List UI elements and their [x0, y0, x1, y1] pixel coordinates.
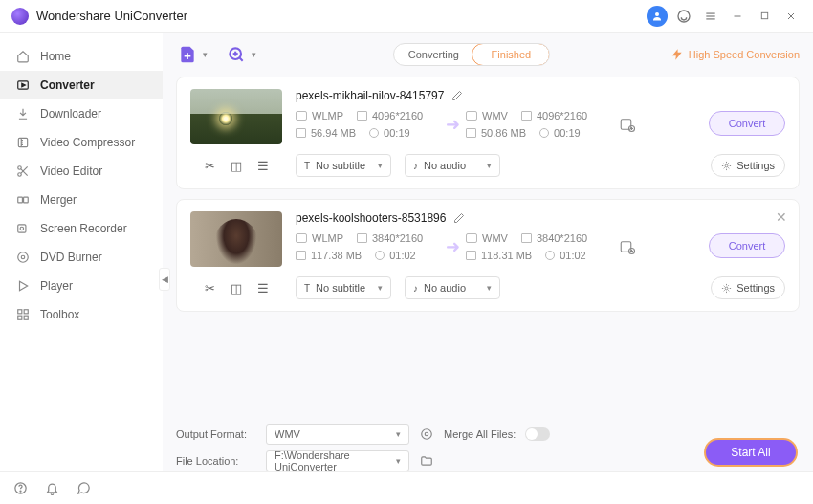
- sidebar-item-editor[interactable]: Video Editor: [0, 157, 163, 186]
- file-location-dropdown[interactable]: F:\Wondershare UniConverter▾: [266, 450, 409, 471]
- svg-marker-10: [22, 83, 25, 87]
- convert-button[interactable]: Convert: [709, 233, 785, 258]
- high-speed-link[interactable]: High Speed Conversion: [670, 48, 800, 61]
- source-size: 117.38 MB: [296, 250, 362, 261]
- sidebar-item-player[interactable]: Player: [0, 272, 163, 300]
- edit-name-icon[interactable]: [451, 90, 463, 101]
- target-size: 50.86 MB: [466, 127, 526, 139]
- sidebar-item-converter[interactable]: Converter: [0, 71, 163, 99]
- main-panel: ▾ ▾ Converting Finished High Speed Conve…: [163, 33, 813, 471]
- add-file-button[interactable]: [176, 43, 199, 66]
- svg-rect-25: [18, 316, 22, 319]
- output-settings-icon[interactable]: [617, 236, 638, 257]
- arrow-icon: ➜: [439, 114, 466, 135]
- tab-converting[interactable]: Converting: [394, 44, 472, 65]
- file-card: pexels-mikhail-nilov-8415797 WLMP 4096*2…: [176, 77, 800, 189]
- settings-button[interactable]: Settings: [711, 276, 785, 299]
- svg-marker-22: [20, 281, 28, 290]
- file-card: ✕ pexels-koolshooters-8531896 WLMP 3840*…: [176, 199, 800, 312]
- trim-icon[interactable]: ✂: [205, 159, 215, 173]
- output-settings-icon[interactable]: [617, 114, 638, 135]
- source-resolution: 3840*2160: [357, 232, 423, 244]
- file-location-label: File Location:: [176, 455, 256, 467]
- user-avatar[interactable]: [647, 6, 668, 27]
- edit-name-icon[interactable]: [453, 212, 465, 224]
- target-resolution: 4096*2160: [521, 110, 587, 121]
- crop-icon[interactable]: ◫: [231, 159, 242, 173]
- merge-icon: [15, 192, 31, 208]
- close-button[interactable]: [780, 6, 802, 27]
- source-format: WLMP: [296, 232, 343, 244]
- svg-point-40: [20, 491, 21, 492]
- recorder-icon: [15, 221, 31, 236]
- support-icon[interactable]: [673, 6, 694, 27]
- subtitle-dropdown[interactable]: TNo subtitle▾: [296, 276, 391, 299]
- home-icon: [15, 49, 31, 64]
- sidebar-item-dvd[interactable]: DVD Burner: [0, 243, 163, 272]
- converter-icon: [15, 77, 31, 93]
- collapse-sidebar-button[interactable]: ◀: [159, 268, 170, 291]
- grid-icon: [15, 307, 31, 322]
- sidebar-item-downloader[interactable]: Downloader: [0, 99, 163, 128]
- svg-rect-16: [18, 197, 23, 203]
- svg-point-36: [725, 287, 728, 290]
- open-folder-icon[interactable]: [419, 453, 434, 469]
- source-size: 56.94 MB: [296, 127, 356, 139]
- target-resolution: 3840*2160: [521, 232, 587, 244]
- maximize-button[interactable]: [754, 6, 775, 27]
- menu-icon[interactable]: [700, 6, 721, 27]
- video-thumbnail[interactable]: [190, 211, 282, 267]
- titlebar: Wondershare UniConverter: [0, 0, 813, 33]
- sidebar-item-label: Converter: [40, 78, 95, 92]
- sidebar-item-compressor[interactable]: Video Compressor: [0, 128, 163, 157]
- sidebar-item-recorder[interactable]: Screen Recorder: [0, 214, 163, 243]
- bolt-icon: [670, 48, 684, 61]
- source-resolution: 4096*2160: [357, 110, 423, 121]
- format-settings-icon[interactable]: [419, 427, 434, 442]
- settings-button[interactable]: Settings: [711, 154, 785, 177]
- scissors-icon: [15, 164, 31, 179]
- add-url-button[interactable]: [225, 43, 248, 66]
- target-size: 118.31 MB: [466, 250, 532, 261]
- subtitle-dropdown[interactable]: TNo subtitle▾: [296, 154, 391, 177]
- video-thumbnail[interactable]: [190, 89, 282, 144]
- audio-dropdown[interactable]: ♪No audio▾: [405, 154, 500, 177]
- svg-rect-17: [24, 197, 29, 203]
- svg-point-33: [725, 164, 728, 167]
- download-icon: [15, 106, 31, 121]
- sidebar-item-home[interactable]: Home: [0, 42, 163, 71]
- sidebar-item-merger[interactable]: Merger: [0, 186, 163, 214]
- app-title: Wondershare UniConverter: [36, 9, 187, 23]
- effects-icon[interactable]: ☰: [257, 159, 269, 173]
- svg-rect-24: [24, 310, 28, 314]
- svg-rect-18: [18, 225, 26, 232]
- audio-dropdown[interactable]: ♪No audio▾: [405, 276, 500, 299]
- add-file-chevron-icon[interactable]: ▾: [203, 50, 208, 59]
- svg-point-21: [21, 255, 25, 259]
- feedback-icon[interactable]: [77, 481, 91, 495]
- sidebar-item-label: Toolbox: [40, 308, 79, 321]
- source-format: WLMP: [296, 110, 343, 121]
- add-url-chevron-icon[interactable]: ▾: [252, 50, 256, 59]
- effects-icon[interactable]: ☰: [257, 281, 269, 296]
- svg-rect-23: [18, 310, 22, 314]
- remove-file-icon[interactable]: ✕: [776, 209, 787, 225]
- start-all-button[interactable]: Start All: [704, 438, 798, 467]
- minimize-button[interactable]: [727, 6, 748, 27]
- file-name: pexels-mikhail-nilov-8415797: [296, 89, 444, 102]
- target-duration: 01:02: [545, 250, 586, 261]
- help-icon[interactable]: [13, 481, 28, 495]
- output-format-dropdown[interactable]: WMV▾: [266, 424, 409, 445]
- merge-toggle[interactable]: [525, 427, 550, 441]
- arrow-icon: ➜: [439, 236, 466, 257]
- notifications-icon[interactable]: [45, 481, 59, 495]
- crop-icon[interactable]: ◫: [231, 281, 242, 296]
- trim-icon[interactable]: ✂: [205, 281, 215, 296]
- sidebar-item-label: Home: [40, 50, 71, 63]
- sidebar-item-toolbox[interactable]: Toolbox: [0, 300, 163, 329]
- convert-button[interactable]: Convert: [709, 111, 785, 136]
- svg-rect-26: [24, 316, 28, 319]
- tab-finished[interactable]: Finished: [472, 43, 550, 66]
- target-duration: 00:19: [539, 127, 581, 139]
- sidebar-item-label: Screen Recorder: [40, 222, 127, 235]
